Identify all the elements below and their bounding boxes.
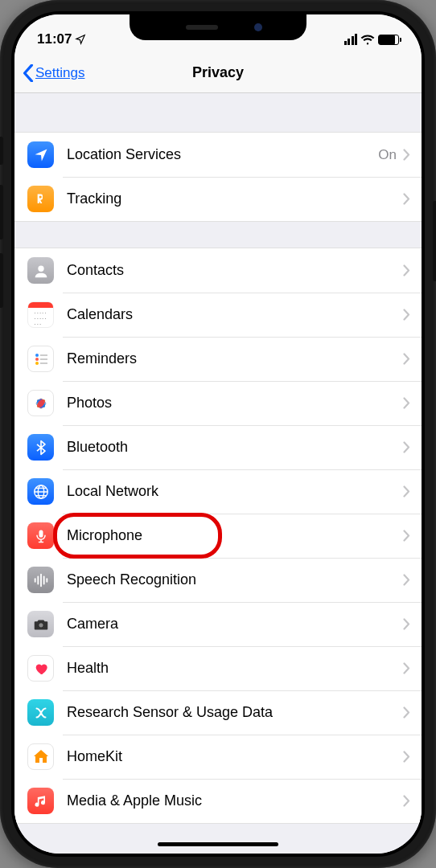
row-microphone[interactable]: Microphone [14, 514, 422, 558]
chevron-right-icon [403, 662, 410, 674]
home-indicator[interactable] [158, 842, 278, 846]
svg-rect-17 [39, 530, 43, 537]
row-location-services[interactable]: Location Services On [14, 133, 422, 177]
svg-point-23 [38, 622, 43, 627]
chevron-right-icon [403, 751, 410, 763]
svg-rect-4 [40, 358, 47, 360]
row-health[interactable]: Health [14, 646, 422, 690]
row-label: Camera [67, 616, 403, 633]
row-label: Research Sensor & Usage Data [67, 704, 403, 721]
location-arrow-icon [75, 34, 86, 45]
location-icon [27, 141, 54, 168]
chevron-right-icon [403, 618, 410, 630]
chevron-right-icon [403, 441, 410, 453]
bluetooth-icon [27, 434, 54, 461]
chevron-right-icon [403, 706, 410, 719]
chevron-right-icon [403, 795, 410, 807]
row-label: Contacts [67, 262, 403, 279]
chevron-right-icon [403, 309, 410, 321]
chevron-right-icon [403, 485, 410, 497]
svg-point-5 [35, 362, 39, 365]
chevron-left-icon [23, 64, 34, 82]
row-label: Tracking [67, 190, 403, 207]
photos-icon [27, 390, 54, 416]
home-icon [27, 743, 54, 770]
row-detail: On [378, 147, 397, 163]
heart-icon [27, 655, 54, 682]
navigation-bar: Settings Privacy [14, 53, 422, 93]
row-photos[interactable]: Photos [14, 381, 422, 425]
row-label: Media & Apple Music [67, 792, 403, 809]
music-icon [27, 788, 54, 814]
chevron-right-icon [403, 397, 410, 409]
reminders-icon [27, 346, 54, 372]
battery-icon [378, 35, 399, 45]
microphone-icon [27, 522, 54, 549]
camera-icon [27, 611, 54, 637]
calendar-icon: ∙∙∙∙∙∙∙∙∙∙∙∙∙ [27, 301, 54, 328]
svg-point-1 [35, 354, 39, 357]
wifi-icon [360, 34, 375, 45]
row-research[interactable]: Research Sensor & Usage Data [14, 690, 422, 735]
research-icon [27, 699, 54, 726]
back-label: Settings [35, 65, 84, 81]
row-label: HomeKit [67, 748, 403, 765]
chevron-right-icon [403, 264, 410, 276]
contacts-icon [27, 257, 54, 284]
page-title: Privacy [192, 64, 244, 81]
svg-rect-2 [40, 354, 47, 356]
globe-icon [27, 478, 54, 505]
row-local-network[interactable]: Local Network [14, 469, 422, 514]
row-speech-recognition[interactable]: Speech Recognition [14, 558, 422, 602]
row-label: Bluetooth [67, 439, 403, 456]
row-homekit[interactable]: HomeKit [14, 735, 422, 779]
row-bluetooth[interactable]: Bluetooth [14, 425, 422, 469]
row-label: Calendars [67, 306, 403, 323]
row-label: Speech Recognition [67, 571, 403, 588]
chevron-right-icon [403, 574, 410, 586]
row-label: Photos [67, 395, 403, 411]
row-camera[interactable]: Camera [14, 602, 422, 646]
chevron-right-icon [403, 530, 410, 542]
chevron-right-icon [403, 353, 410, 365]
row-reminders[interactable]: Reminders [14, 337, 422, 381]
row-label: Health [67, 660, 403, 677]
row-media[interactable]: Media & Apple Music [14, 779, 422, 823]
back-button[interactable]: Settings [23, 64, 84, 82]
svg-point-0 [38, 265, 43, 271]
row-label: Local Network [67, 483, 403, 500]
row-label: Reminders [67, 350, 403, 367]
row-calendars[interactable]: ∙∙∙∙∙∙∙∙∙∙∙∙∙ Calendars [14, 293, 422, 337]
cellular-signal-icon [344, 34, 358, 45]
settings-list[interactable]: Location Services On Tracking [14, 93, 422, 854]
row-label: Location Services [67, 146, 378, 163]
chevron-right-icon [403, 193, 410, 205]
svg-point-3 [35, 358, 39, 361]
waveform-icon [27, 567, 54, 593]
row-tracking[interactable]: Tracking [14, 177, 422, 221]
status-time: 11:07 [37, 31, 72, 47]
chevron-right-icon [403, 149, 410, 161]
row-label: Microphone [67, 527, 403, 544]
svg-rect-6 [40, 362, 47, 364]
row-contacts[interactable]: Contacts [14, 248, 422, 293]
tracking-icon [27, 186, 54, 212]
